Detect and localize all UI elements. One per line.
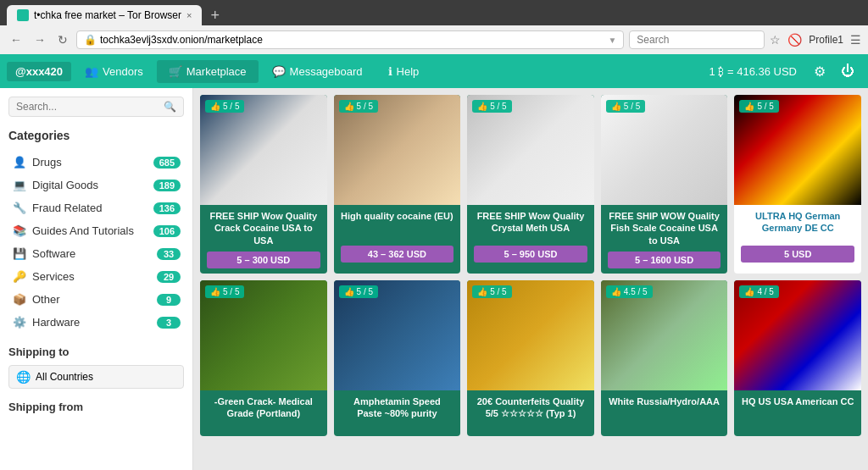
rating-value: 5 / 5 bbox=[490, 102, 506, 111]
product-card[interactable]: 👍 5 / 5 FREE SHIP Wow Quality Crystal Me… bbox=[467, 95, 594, 274]
rating-badge: 👍 4 / 5 bbox=[739, 285, 778, 298]
products-area: 👍 5 / 5 FREE SHIP Wow Quality Crack Coca… bbox=[193, 88, 868, 470]
toolbar-icons: ☆ 🚫 Profile1 ☰ bbox=[770, 33, 861, 47]
sidebar-category-item[interactable]: 📚 Guides And Tutorials 106 bbox=[8, 219, 184, 242]
product-title: ULTRA HQ German Germany DE CC bbox=[741, 210, 854, 241]
product-info: High quality cocaine (EU) 43 – 362 USD bbox=[334, 205, 461, 268]
rating-value: 4 / 5 bbox=[757, 287, 773, 296]
shipping-from-section: Shipping from bbox=[8, 401, 184, 413]
browser-tab[interactable]: t•chka free market – Tor Browser × bbox=[7, 5, 202, 25]
site-nav: @xxx420 👥 Vendors 🛒 Marketplace 💬 Messag… bbox=[0, 54, 868, 88]
category-badge: 189 bbox=[153, 180, 181, 191]
sidebar-search-wrap[interactable]: 🔍 bbox=[8, 97, 184, 117]
product-price: 5 USD bbox=[741, 246, 854, 263]
block-icon[interactable]: 🚫 bbox=[787, 33, 802, 47]
forward-button[interactable]: → bbox=[31, 31, 49, 48]
thumbs-up-icon: 👍 bbox=[344, 102, 354, 111]
rating-badge: 👍 5 / 5 bbox=[606, 100, 645, 113]
product-card[interactable]: 👍 5 / 5 20€ Counterfeits Quality 5/5 ☆☆☆… bbox=[467, 280, 594, 436]
category-icon: ⚙️ bbox=[12, 316, 27, 329]
globe-icon: 🌐 bbox=[16, 370, 31, 384]
product-info: ULTRA HQ German Germany DE CC 5 USD bbox=[734, 205, 861, 268]
rating-value: 5 / 5 bbox=[223, 102, 239, 111]
browser-chrome: t•chka free market – Tor Browser × + ← →… bbox=[0, 0, 868, 54]
category-icon: 💾 bbox=[12, 247, 27, 260]
categories-heading: Categories bbox=[8, 129, 184, 142]
product-info: HQ US USA American CC bbox=[734, 390, 861, 436]
tab-close-btn[interactable]: × bbox=[186, 10, 192, 20]
thumbs-up-icon: 👍 bbox=[744, 102, 754, 111]
rating-badge: 👍 5 / 5 bbox=[205, 100, 244, 113]
rating-badge: 👍 5 / 5 bbox=[205, 285, 244, 298]
product-card[interactable]: 👍 5 / 5 FREE SHIP Wow Quality Crack Coca… bbox=[200, 95, 327, 274]
category-label: Drugs bbox=[32, 156, 153, 169]
categories-list: 👤 Drugs 685 💻 Digital Goods 189 🔧 Fraud … bbox=[8, 151, 184, 334]
product-title: High quality cocaine (EU) bbox=[341, 210, 454, 241]
product-title: White Russia/Hydro/AAA bbox=[608, 395, 721, 426]
user-badge[interactable]: @xxx420 bbox=[7, 62, 71, 81]
tab-favicon bbox=[17, 9, 29, 21]
address-bar-wrap[interactable]: 🔒 ▼ bbox=[76, 30, 624, 49]
vendors-icon: 👥 bbox=[85, 65, 98, 78]
address-bar[interactable] bbox=[100, 34, 604, 46]
sidebar-category-item[interactable]: ⚙️ Hardware 3 bbox=[8, 311, 184, 334]
sidebar-search-input[interactable] bbox=[16, 101, 164, 113]
messageboard-nav-item[interactable]: 💬 Messageboard bbox=[260, 60, 375, 83]
rating-value: 5 / 5 bbox=[490, 287, 506, 296]
shipping-to-heading: Shipping to bbox=[8, 346, 184, 358]
menu-icon[interactable]: ☰ bbox=[850, 33, 861, 47]
sidebar-category-item[interactable]: 💾 Software 33 bbox=[8, 242, 184, 265]
marketplace-nav-item[interactable]: 🛒 Marketplace bbox=[157, 60, 259, 83]
rating-value: 5 / 5 bbox=[624, 102, 640, 111]
back-button[interactable]: ← bbox=[7, 31, 25, 48]
profile-button[interactable]: Profile1 bbox=[809, 34, 843, 46]
product-card[interactable]: 👍 5 / 5 High quality cocaine (EU) 43 – 3… bbox=[334, 95, 461, 274]
product-card[interactable]: 👍 5 / 5 ULTRA HQ German Germany DE CC 5 … bbox=[734, 95, 861, 274]
shipping-to-value: All Countries bbox=[36, 371, 93, 383]
refresh-button[interactable]: ↻ bbox=[54, 31, 71, 48]
product-title: 20€ Counterfeits Quality 5/5 ☆☆☆☆☆ (Typ … bbox=[474, 395, 587, 426]
settings-icon[interactable]: ⚙ bbox=[807, 64, 832, 80]
product-info: Amphetamin Speed Paste ~80% purity bbox=[334, 390, 461, 436]
help-nav-item[interactable]: ℹ Help bbox=[376, 60, 431, 83]
product-info: White Russia/Hydro/AAA bbox=[601, 390, 728, 436]
product-card[interactable]: 👍 5 / 5 -Green Crack- Medical Grade (Por… bbox=[200, 280, 327, 436]
star-icon[interactable]: ☆ bbox=[770, 33, 781, 47]
browser-search-input[interactable] bbox=[629, 30, 765, 49]
thumbs-up-icon: 👍 bbox=[210, 102, 220, 111]
product-info: 20€ Counterfeits Quality 5/5 ☆☆☆☆☆ (Typ … bbox=[467, 390, 594, 436]
sidebar-category-item[interactable]: 💻 Digital Goods 189 bbox=[8, 174, 184, 196]
dropdown-icon: ▼ bbox=[608, 36, 616, 45]
rating-value: 5 / 5 bbox=[357, 102, 373, 111]
secure-icon: 🔒 bbox=[84, 34, 97, 46]
thumbs-up-icon: 👍 bbox=[611, 287, 621, 296]
rating-value: 4.5 / 5 bbox=[624, 287, 648, 296]
messageboard-icon: 💬 bbox=[272, 65, 286, 78]
product-price: 5 – 950 USD bbox=[474, 246, 587, 263]
tab-title: t•chka free market – Tor Browser bbox=[34, 9, 181, 21]
new-tab-button[interactable]: + bbox=[205, 7, 225, 25]
category-label: Fraud Related bbox=[32, 202, 153, 214]
logout-icon[interactable]: ⏻ bbox=[834, 64, 861, 79]
rating-badge: 👍 5 / 5 bbox=[339, 100, 378, 113]
product-card[interactable]: 👍 4.5 / 5 White Russia/Hydro/AAA bbox=[601, 280, 728, 436]
sidebar: 🔍 Categories 👤 Drugs 685 💻 Digital Goods… bbox=[0, 88, 193, 470]
category-badge: 9 bbox=[157, 294, 181, 306]
sidebar-category-item[interactable]: 👤 Drugs 685 bbox=[8, 151, 184, 174]
product-card[interactable]: 👍 5 / 5 Amphetamin Speed Paste ~80% puri… bbox=[334, 280, 461, 436]
category-icon: 📦 bbox=[12, 293, 27, 306]
category-label: Guides And Tutorials bbox=[32, 224, 153, 237]
rating-value: 5 / 5 bbox=[757, 102, 773, 111]
category-badge: 136 bbox=[153, 202, 181, 214]
product-title: Amphetamin Speed Paste ~80% purity bbox=[341, 395, 454, 426]
sidebar-category-item[interactable]: 📦 Other 9 bbox=[8, 288, 184, 311]
sidebar-category-item[interactable]: 🔧 Fraud Related 136 bbox=[8, 196, 184, 219]
sidebar-category-item[interactable]: 🔑 Services 29 bbox=[8, 265, 184, 288]
product-card[interactable]: 👍 4 / 5 HQ US USA American CC bbox=[734, 280, 861, 436]
shipping-to-select[interactable]: 🌐 All Countries bbox=[8, 365, 184, 389]
vendors-label: Vendors bbox=[103, 65, 143, 78]
vendors-nav-item[interactable]: 👥 Vendors bbox=[73, 60, 155, 83]
product-card[interactable]: 👍 5 / 5 FREE SHIP WOW Quality Fish Scale… bbox=[601, 95, 728, 274]
main-layout: 🔍 Categories 👤 Drugs 685 💻 Digital Goods… bbox=[0, 88, 868, 470]
btc-info: 1 ₿ = 416.36 USD bbox=[701, 65, 805, 78]
